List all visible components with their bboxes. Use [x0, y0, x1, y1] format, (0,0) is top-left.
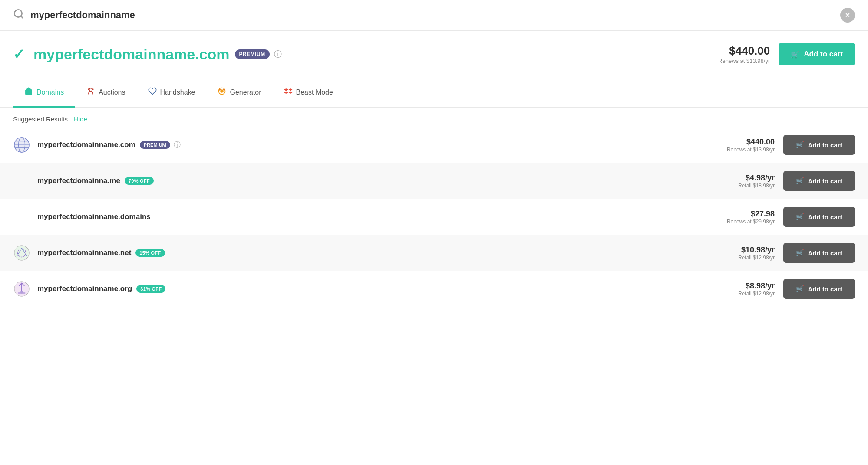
domain-price: $8.98/yr: [705, 282, 775, 291]
featured-price-wrap: $440.00 Renews at $13.98/yr: [718, 44, 770, 64]
cart-icon: 🛒: [796, 285, 804, 293]
svg-line-1: [21, 16, 23, 18]
search-clear-button[interactable]: ×: [840, 8, 855, 23]
hide-suggested-link[interactable]: Hide: [74, 115, 87, 123]
cart-icon: 🛒: [796, 177, 804, 185]
tab-handshake[interactable]: Handshake: [137, 78, 207, 108]
domain-row: myperfectdomainname.org 31% OFF $8.98/yr…: [0, 271, 868, 307]
cart-icon: 🛒: [796, 213, 804, 221]
search-bar: myperfectdomainname ×: [0, 0, 868, 31]
svg-point-8: [223, 89, 225, 91]
cart-icon: 🛒: [791, 50, 799, 59]
tab-auctions[interactable]: Auctions: [75, 78, 136, 108]
add-to-cart-button[interactable]: 🛒 Add to cart: [783, 243, 855, 263]
cart-icon: 🛒: [796, 141, 804, 149]
tab-domains[interactable]: Domains: [13, 78, 75, 108]
tab-beast-mode[interactable]: Beast Mode: [273, 78, 344, 108]
domain-renew: Retail $18.98/yr: [705, 183, 775, 189]
featured-price: $440.00: [718, 44, 770, 58]
available-check-icon: ✓: [13, 46, 25, 62]
tabs-bar: Domains Auctions Handshake Generator: [0, 78, 868, 108]
add-to-cart-label: Add to cart: [808, 177, 842, 185]
domain-price: $440.00: [705, 138, 775, 147]
domain-price-wrap: $4.98/yr Retail $18.98/yr: [705, 174, 775, 189]
tab-generator[interactable]: Generator: [206, 78, 272, 108]
search-query: myperfectdomainname: [30, 10, 840, 21]
domain-icon-placeholder: [13, 208, 30, 226]
domain-name: myperfectdomainname.net: [37, 249, 131, 257]
add-to-cart-button[interactable]: 🛒 Add to cart: [783, 279, 855, 299]
generator-tab-icon: [218, 87, 226, 98]
discount-badge: 15% OFF: [135, 249, 165, 257]
domain-row: myperfectdomainname.domains $27.98 Renew…: [0, 199, 868, 235]
svg-point-2: [89, 88, 92, 91]
discount-badge: 79% OFF: [125, 177, 154, 185]
domain-info-icon[interactable]: ⓘ: [174, 141, 181, 150]
domain-icon-org: [13, 280, 30, 298]
svg-point-4: [88, 88, 89, 90]
svg-point-22: [14, 246, 29, 260]
add-to-cart-label: Add to cart: [808, 285, 842, 293]
featured-info-icon[interactable]: ⓘ: [274, 49, 282, 59]
domain-price: $4.98/yr: [705, 174, 775, 183]
cart-icon: 🛒: [796, 249, 804, 257]
domain-name: myperfectdomainname.com: [37, 141, 135, 149]
add-to-cart-label: Add to cart: [808, 213, 842, 221]
add-to-cart-label: Add to cart: [808, 141, 842, 149]
domain-price-wrap: $8.98/yr Retail $12.98/yr: [705, 282, 775, 297]
domain-row: myperfectdomainname.net 15% OFF $10.98/y…: [0, 235, 868, 271]
featured-domain-name: myperfectdomainname.com: [33, 46, 230, 63]
add-to-cart-button[interactable]: 🛒 Add to cart: [783, 135, 855, 155]
premium-badge: PREMIUM: [140, 141, 170, 149]
domain-name: myperfectdomainname.domains: [37, 213, 151, 221]
add-to-cart-button[interactable]: 🛒 Add to cart: [783, 171, 855, 191]
domain-renew: Retail $12.98/yr: [705, 291, 775, 297]
add-to-cart-label: Add to cart: [808, 249, 842, 257]
tab-generator-label: Generator: [230, 88, 261, 96]
domains-tab-icon: [24, 87, 33, 98]
svg-point-5: [221, 90, 224, 93]
handshake-tab-icon: [148, 87, 157, 98]
tab-handshake-label: Handshake: [160, 88, 195, 96]
discount-badge: 31% OFF: [136, 285, 165, 293]
domain-price-wrap: $440.00 Renews at $13.98/yr: [705, 138, 775, 153]
search-icon: [13, 8, 24, 22]
featured-domain-row: ✓ myperfectdomainname.com PREMIUM ⓘ $440…: [0, 31, 868, 78]
domain-price-wrap: $10.98/yr Retail $12.98/yr: [705, 246, 775, 261]
domain-row: myperfectdomainna.me 79% OFF $4.98/yr Re…: [0, 163, 868, 199]
domain-row: myperfectdomainname.com PREMIUM ⓘ $440.0…: [0, 127, 868, 163]
domain-icon-net: [13, 244, 30, 262]
domain-price: $27.98: [705, 210, 775, 219]
svg-point-7: [219, 89, 221, 91]
tab-auctions-label: Auctions: [99, 88, 125, 96]
svg-point-25: [20, 291, 23, 294]
suggested-results-label: Suggested Results: [13, 115, 68, 123]
tab-beast-mode-label: Beast Mode: [296, 88, 333, 96]
domain-name: myperfectdomainna.me: [37, 177, 120, 185]
featured-renew: Renews at $13.98/yr: [718, 58, 770, 64]
domain-price: $10.98/yr: [705, 246, 775, 255]
auctions-tab-icon: [86, 87, 95, 98]
domain-renew: Renews at $29.98/yr: [705, 219, 775, 225]
domain-renew: Retail $12.98/yr: [705, 255, 775, 261]
domain-name: myperfectdomainname.org: [37, 285, 132, 293]
beast-mode-tab-icon: [284, 87, 293, 98]
domain-icon-globe: [13, 136, 30, 154]
domain-price-wrap: $27.98 Renews at $29.98/yr: [705, 210, 775, 225]
add-to-cart-button[interactable]: 🛒 Add to cart: [783, 207, 855, 227]
domain-icon-placeholder: [13, 172, 30, 190]
suggested-results-header: Suggested Results Hide: [0, 108, 868, 127]
svg-point-3: [92, 88, 93, 90]
featured-premium-badge: PREMIUM: [235, 49, 270, 59]
domain-renew: Renews at $13.98/yr: [705, 147, 775, 153]
featured-add-to-cart-label: Add to cart: [804, 50, 843, 59]
tab-domains-label: Domains: [36, 88, 64, 96]
featured-add-to-cart-button[interactable]: 🛒 Add to cart: [779, 43, 855, 65]
domain-results-list: myperfectdomainname.com PREMIUM ⓘ $440.0…: [0, 127, 868, 307]
